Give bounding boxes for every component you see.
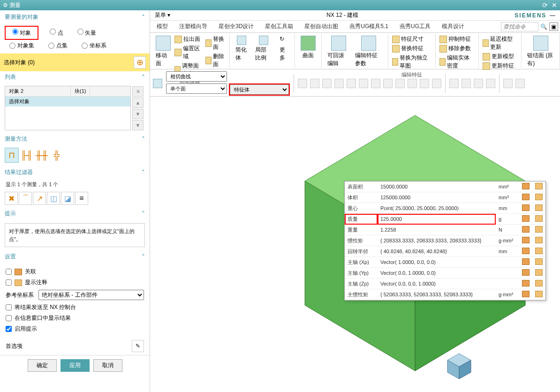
list-row-selected[interactable]: 选择对象 [5,97,130,106]
tool-icon[interactable] [395,79,405,88]
copy-icon[interactable] [522,183,530,189]
tool-icon[interactable] [462,79,471,88]
result-row[interactable]: 质量125.0000g [345,214,545,225]
tool-icon[interactable] [420,79,429,88]
copy-icon[interactable] [522,215,530,222]
indep-sketch[interactable]: 替换为独立草图 [391,53,432,70]
tab-model[interactable]: 模型 [152,21,173,32]
close-icon[interactable]: ✕ [552,1,557,9]
feat-dim[interactable]: 特征尺寸 [391,35,432,44]
copy-icon[interactable] [522,258,530,265]
offset-region[interactable]: 偏置区域 [174,44,204,61]
tool-icon[interactable] [503,79,513,88]
delay-update[interactable]: 延迟模型更新 [482,35,519,52]
tangent-curve-select[interactable]: 相切曲线 [166,71,227,82]
annotate-icon[interactable] [535,237,543,243]
objects-header[interactable]: 要测量的对象˄ [0,10,150,24]
surface-button[interactable]: 曲面 [298,35,318,60]
tool-icon[interactable] [449,79,459,88]
search-input[interactable] [501,22,538,31]
tool-icon[interactable] [322,79,332,88]
checkbox-assoc[interactable]: 关联 [6,266,144,277]
rollback-edit[interactable]: 可回滚编辑 [325,35,353,68]
edit-param[interactable]: 编辑特征参数 [352,35,385,68]
target-icon[interactable]: ⊕ [134,56,146,68]
copy-icon[interactable] [522,226,530,233]
tip-header[interactable]: 提示˄ [0,207,150,220]
replace-face[interactable]: 替换面 [204,35,227,52]
measure-mode-2[interactable]: ╟╢ [20,148,34,163]
tab-3d[interactable]: 星创全3D设计 [214,21,258,32]
radio-objset[interactable]: 对象集 [9,42,34,50]
checkbox-send-nx[interactable]: 将结果发送至 NX 控制台 [6,302,144,313]
object-list[interactable]: 对象 2块(1) 选择对象 ✕ ▲ ▼ ▼ [5,86,131,130]
tool-icon[interactable] [347,79,356,88]
result-row[interactable]: 主轴 (Xp)Vector( 1.0000, 0.0, 0.0) [345,257,545,268]
tool-icon[interactable] [359,79,368,88]
list-header[interactable]: 列表˄ [0,71,150,83]
list-delete-button[interactable]: ✕ [132,86,144,97]
menu-button[interactable]: 菜单 [155,12,166,18]
feature-body-select[interactable]: 特征体 [230,84,289,95]
tool-icon[interactable] [310,79,319,88]
radio-object[interactable]: 对象 [12,30,31,36]
tool-icon[interactable] [515,79,525,88]
cancel-button[interactable]: 取消 [93,359,122,372]
tool-icon[interactable] [298,79,307,88]
tool-icon[interactable] [334,79,344,88]
filter-icon-5[interactable]: ◪ [61,192,74,205]
result-row[interactable]: 重量1.2258N [345,225,545,235]
tool-icon[interactable] [383,79,393,88]
checkbox-show-info[interactable]: 在信息窗口中显示结果 [6,313,144,324]
annotate-icon[interactable] [535,226,543,233]
measure-method-header[interactable]: 测量方法˄ [0,133,150,145]
tool-icon[interactable] [432,79,441,88]
simplify-body[interactable]: 简化体 [233,35,250,63]
tab-toolbox[interactable]: 星创工具箱 [260,21,298,32]
remove-param[interactable]: 移除参数 [439,44,476,53]
checkbox-anno[interactable]: 显示注释 [6,277,144,288]
tab-yx2[interactable]: 燕秀UG工具 [395,21,435,32]
list-up-button[interactable]: ▲ [132,98,144,108]
copy-icon[interactable] [522,237,530,243]
filter-icon-3[interactable]: ↗ [33,192,46,205]
radio-pointset[interactable]: 点集 [48,42,68,50]
annotate-icon[interactable] [535,215,543,222]
search-icon[interactable]: 🔍 [540,23,547,30]
copy-icon[interactable] [522,248,530,254]
extrude-face[interactable]: 拉出面 [174,35,204,44]
single-face-select[interactable]: 单个面 [166,83,227,94]
tool-icon[interactable] [486,79,495,88]
copy-icon[interactable] [522,280,530,286]
copy-icon[interactable] [522,291,530,297]
list-down-button[interactable]: ▼ [132,109,144,119]
nav-cube-icon[interactable] [443,350,476,383]
delete-face[interactable]: 删除面 [204,52,227,69]
filter-icon-2[interactable]: ⌒ [19,192,32,205]
replace-feat[interactable]: 替换特征 [391,44,432,53]
annotate-icon[interactable] [535,248,543,254]
result-filter-header[interactable]: 结果过滤器˄ [0,166,150,179]
tab-design[interactable]: 模具设计 [437,21,469,32]
window-icon[interactable]: ▣ [549,23,558,31]
more-button[interactable]: ↻更多 [277,35,292,63]
filter-icon-6[interactable]: ≡ [75,192,88,205]
graphics-canvas[interactable]: 表面积15000.0000mm²体积125000.0000mm³重心Point(… [150,97,560,392]
annotate-icon[interactable] [535,258,543,265]
radio-point[interactable]: 点 [50,30,63,36]
suppress-feat[interactable]: 抑制特征 [439,35,476,44]
local-scale[interactable]: 局部比例 [252,35,274,63]
radio-vector[interactable]: 矢量 [77,30,96,36]
body-icon[interactable] [153,79,162,88]
measure-mode-1[interactable]: ⊓ [5,148,19,163]
tab-auto[interactable]: 星创自动出图 [300,21,343,32]
update-model[interactable]: 更新模型 [482,52,519,61]
result-row[interactable]: 主轴 (Zp)Vector( 0.0, 0.0, 1.0000) [345,279,545,289]
measure-mode-4[interactable]: ╬ [50,148,64,163]
pref-label[interactable]: 首选项 [6,342,23,350]
ref-csys-select[interactable]: 绝对坐标系 - 工作部件 [38,290,144,300]
measure-mode-3[interactable]: ╫╫ [35,148,49,163]
ok-button[interactable]: 确定 [28,359,57,372]
result-row[interactable]: 表面积15000.0000mm² [345,181,545,192]
annotate-icon[interactable] [535,183,543,189]
